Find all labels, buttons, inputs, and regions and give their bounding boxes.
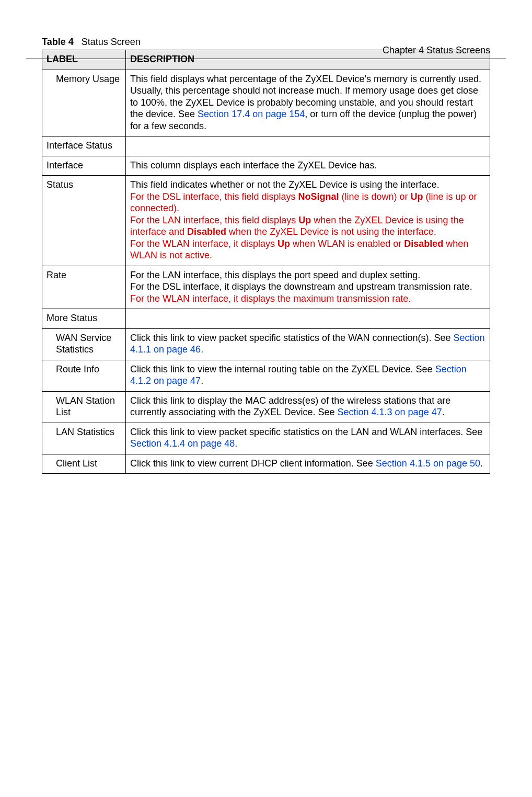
cell-label: Memory Usage: [42, 70, 126, 136]
cell-desc: Click this link to view the internal rou…: [126, 360, 490, 391]
cell-desc: Click this link to view packet specific …: [126, 423, 490, 454]
table-row: LAN Statistics Click this link to view p…: [42, 423, 490, 454]
table-row: Client List Click this link to view curr…: [42, 454, 490, 474]
table-row: More Status: [42, 309, 490, 329]
cell-label: Client List: [42, 454, 126, 474]
cell-desc: This field displays what percentage of t…: [126, 70, 490, 136]
table-row: Interface This column displays each inte…: [42, 156, 490, 176]
table-row: Route Info Click this link to view the i…: [42, 360, 490, 391]
col-header-label: LABEL: [42, 50, 126, 70]
table-row: Interface Status: [42, 136, 490, 156]
cell-label: WAN Service Statistics: [42, 328, 126, 360]
cell-desc: This field indicates whether or not the …: [126, 176, 490, 266]
cell-desc: Click this link to view packet specific …: [126, 328, 490, 360]
table-row: Memory Usage This field displays what pe…: [42, 70, 490, 136]
cell-desc: For the LAN interface, this displays the…: [126, 266, 490, 309]
xref-link[interactable]: Section 4.1.3 on page 47: [338, 407, 442, 417]
cell-label: More Status: [42, 309, 126, 329]
status-screen-table: LABEL DESCRIPTION Memory Usage This fiel…: [42, 50, 490, 474]
cell-desc: This column displays each interface the …: [126, 156, 490, 176]
xref-link[interactable]: Section 17.4 on page 154: [198, 109, 305, 119]
cell-label: Status: [42, 176, 126, 266]
cell-label: Route Info: [42, 360, 126, 391]
cell-label: Interface: [42, 156, 126, 176]
cell-desc: Click this link to view current DHCP cli…: [126, 454, 490, 474]
caption-number: Table 4: [42, 37, 74, 47]
table-row: WLAN Station List Click this link to dis…: [42, 391, 490, 423]
cell-label: WLAN Station List: [42, 391, 126, 423]
caption-title: Status Screen: [82, 37, 141, 47]
cell-label: Interface Status: [42, 136, 126, 156]
cell-desc: [126, 136, 490, 156]
xref-link[interactable]: Section 4.1.5 on page 50: [376, 458, 480, 469]
cell-desc: [126, 309, 490, 329]
header-rule: [26, 59, 506, 59]
table-row: WAN Service Statistics Click this link t…: [42, 328, 490, 360]
table-row: Status This field indicates whether or n…: [42, 176, 490, 266]
cell-label: LAN Statistics: [42, 423, 126, 454]
running-header: Chapter 4 Status Screens: [383, 45, 490, 56]
cell-label: Rate: [42, 266, 126, 309]
cell-desc: Click this link to display the MAC addre…: [126, 391, 490, 423]
table-row: Rate For the LAN interface, this display…: [42, 266, 490, 309]
xref-link[interactable]: Section 4.1.4 on page 48: [130, 438, 235, 449]
